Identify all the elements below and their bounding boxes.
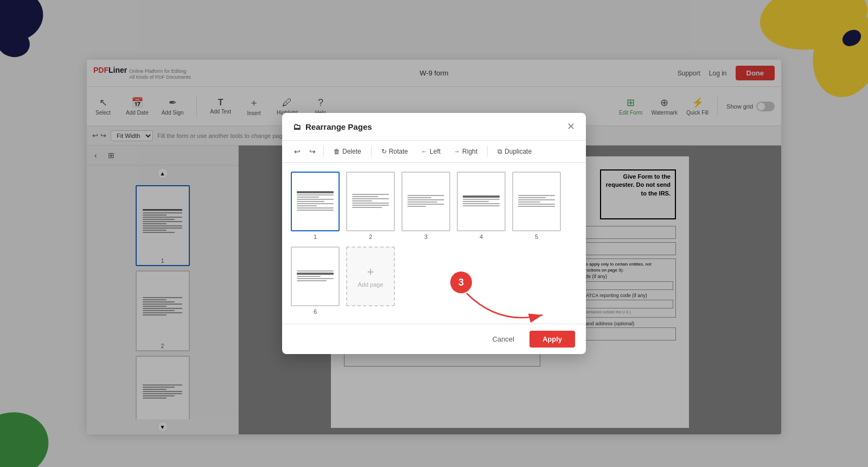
annotation-container: 3 xyxy=(450,272,559,337)
modal-toolbar-sep-2 xyxy=(371,146,372,157)
page-1-card-thumb xyxy=(291,172,340,231)
page-6-card-thumb xyxy=(291,247,340,306)
modal-page-6[interactable]: 6 xyxy=(291,247,340,315)
page-3-card-lines xyxy=(407,195,445,208)
rotate-icon: ↻ xyxy=(381,148,387,155)
left-arrow-icon: ← xyxy=(421,148,427,155)
modal-toolbar-sep-1 xyxy=(323,146,324,157)
modal-page-2[interactable]: 2 xyxy=(346,172,395,240)
page-4-card-thumb xyxy=(457,172,506,231)
page-6-card-num: 6 xyxy=(314,308,317,315)
left-button[interactable]: ← Left xyxy=(416,146,446,157)
modal-title-icon: 🗂 xyxy=(293,122,301,131)
modal-page-1[interactable]: 1 xyxy=(291,172,340,240)
page-2-card-lines xyxy=(352,194,390,209)
modal-redo-button[interactable]: ↪ xyxy=(306,145,319,158)
modal-undo-button[interactable]: ↩ xyxy=(291,145,304,158)
add-page-card[interactable]: + Add page xyxy=(346,247,395,315)
modal-page-4[interactable]: 4 xyxy=(457,172,506,240)
page-4-card-lines xyxy=(463,195,500,207)
modal-toolbar: ↩ ↪ 🗑 Delete ↻ Rotate ← Left → Right xyxy=(282,141,586,163)
annotation-arrow xyxy=(456,277,553,331)
delete-icon: 🗑 xyxy=(334,148,340,155)
right-button[interactable]: → Right xyxy=(448,146,483,157)
annotation-group: 3 xyxy=(450,272,559,337)
page-1-card-lines xyxy=(297,191,334,212)
duplicate-button[interactable]: ⧉ Duplicate xyxy=(492,146,537,157)
page-1-card-num: 1 xyxy=(314,234,317,240)
modal-overlay: 3 🗂 Rearrange Pages ✕ ↩ ↪ xyxy=(0,0,868,467)
modal-page-3[interactable]: 3 xyxy=(401,172,450,240)
modal-close-button[interactable]: ✕ xyxy=(567,121,575,132)
page-3-card-thumb xyxy=(401,172,450,231)
page-2-card-num: 2 xyxy=(369,234,372,240)
add-page-thumb: + Add page xyxy=(346,247,395,306)
rotate-button[interactable]: ↻ Rotate xyxy=(376,146,413,157)
page-5-card-num: 5 xyxy=(535,234,538,240)
page-3-card-num: 3 xyxy=(424,234,427,240)
delete-button[interactable]: 🗑 Delete xyxy=(328,146,367,157)
page-5-card-thumb xyxy=(512,172,561,231)
page-2-card-thumb xyxy=(346,172,395,231)
modal-title: 🗂 Rearrange Pages xyxy=(293,122,372,131)
modal-header: 🗂 Rearrange Pages ✕ xyxy=(282,113,586,141)
page-5-card-lines xyxy=(518,195,556,208)
page-4-card-num: 4 xyxy=(480,234,483,240)
page-6-card-lines xyxy=(297,270,334,282)
right-arrow-icon: → xyxy=(454,148,460,155)
modal-toolbar-sep-3 xyxy=(487,146,488,157)
duplicate-icon: ⧉ xyxy=(497,148,502,155)
add-page-plus-icon: + xyxy=(367,265,374,279)
modal-page-5[interactable]: 5 xyxy=(512,172,561,240)
